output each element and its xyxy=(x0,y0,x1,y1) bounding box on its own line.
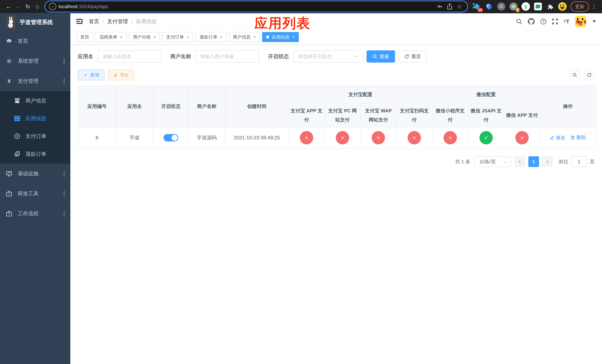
page-size-select[interactable]: 10条/页 xyxy=(474,156,511,167)
github-icon[interactable] xyxy=(528,18,535,25)
sidebar-item-refund-order[interactable]: 退款订单 xyxy=(0,145,70,163)
browser-menu-icon[interactable]: ⋮ xyxy=(591,3,596,10)
close-icon[interactable]: × xyxy=(253,35,256,39)
cell-status xyxy=(153,127,189,148)
sidebar-item-label: 支付订单 xyxy=(26,133,46,140)
wechat-app-status-badge: × xyxy=(515,131,529,144)
app-logo[interactable]: 芋道管理系统 xyxy=(0,13,70,31)
page-number-1[interactable]: 1 xyxy=(528,156,539,167)
col-group-wechat: 微信配置 xyxy=(432,86,540,104)
tab-app-info[interactable]: 应用信息× xyxy=(262,32,299,42)
sidebar-item-home[interactable]: 首页 xyxy=(0,31,70,51)
sidebar-item-dev-tools[interactable]: 研发工具 xyxy=(0,184,70,204)
browser-home-button[interactable]: ⌂ xyxy=(32,2,42,11)
sidebar-item-app-info[interactable]: 应用信息 xyxy=(0,110,70,127)
browser-update-button[interactable]: 更新 xyxy=(570,1,589,12)
help-icon[interactable]: ? xyxy=(540,19,546,24)
sidebar-item-infrastructure[interactable]: 基础设施 xyxy=(0,164,70,184)
extension-shortcut-icon[interactable]: ⌘ xyxy=(497,2,506,11)
extensions-puzzle-icon[interactable] xyxy=(546,2,555,11)
prev-page-button[interactable] xyxy=(515,156,525,167)
close-icon[interactable]: × xyxy=(187,35,189,39)
sidebar-item-label: 商户信息 xyxy=(26,97,46,104)
extension-kite-icon[interactable] xyxy=(485,2,494,11)
table-toolbar: ＋ 新增 导出 xyxy=(78,70,595,80)
app-name-input[interactable] xyxy=(98,50,161,63)
add-button[interactable]: ＋ 新增 xyxy=(78,70,104,80)
refresh-button[interactable] xyxy=(584,70,595,80)
tab-home[interactable]: 首页 xyxy=(76,32,93,42)
close-icon[interactable]: × xyxy=(292,35,295,39)
tab-pay-order[interactable]: 支付订单× xyxy=(162,32,193,42)
sidebar-item-label: 研发工具 xyxy=(18,190,39,197)
col-group-alipay: 支付宝配置 xyxy=(289,86,432,104)
reset-button[interactable]: 重置 xyxy=(399,50,427,63)
export-button[interactable]: 导出 xyxy=(108,70,134,80)
monitor-icon xyxy=(6,171,12,176)
sidebar-item-pay-order[interactable]: ¥ 支付订单 xyxy=(0,127,70,145)
document-copy-icon xyxy=(14,151,20,157)
extension-recorder-icon[interactable]: 1 xyxy=(509,2,518,11)
sidebar-item-workflow[interactable]: 工作流程 xyxy=(0,204,70,224)
sidebar-item-merchant-info[interactable]: 商户信息 xyxy=(0,92,70,110)
edit-button[interactable]: 修改 xyxy=(550,134,565,141)
goto-page-input[interactable] xyxy=(571,156,587,167)
search-form: 应用名 商户名称 开启状态 请选择开启状态 搜索 重置 xyxy=(78,50,595,63)
toggle-search-button[interactable] xyxy=(570,70,580,80)
browser-back-button[interactable]: ← xyxy=(4,2,13,11)
tab-user-group[interactable]: 用户分组× xyxy=(129,32,160,42)
tab-process-form[interactable]: 流程表单× xyxy=(96,32,127,42)
breadcrumb-home[interactable]: 首页 xyxy=(89,18,99,25)
close-icon[interactable]: × xyxy=(153,35,156,39)
status-label: 开启状态 xyxy=(268,53,289,60)
total-count: 共 1 条 xyxy=(455,159,470,165)
extension-y-logo-icon[interactable]: y xyxy=(521,2,530,11)
chevron-down-icon xyxy=(64,171,64,177)
sidebar-item-label: 首页 xyxy=(18,38,28,45)
avatar-caret-icon[interactable] xyxy=(592,20,596,22)
sidebar-item-label: 基础设施 xyxy=(18,170,39,177)
sidebar-item-payment[interactable]: × ¥ 支付管理 xyxy=(0,71,70,91)
extension-duplicate-tab-icon[interactable]: 10 xyxy=(473,2,481,11)
sidebar-collapse-icon[interactable] xyxy=(76,19,83,24)
share-icon[interactable] xyxy=(447,3,452,10)
close-icon[interactable]: × xyxy=(220,35,223,39)
sidebar-item-label: 应用信息 xyxy=(26,115,46,122)
breadcrumb-payment[interactable]: 支付管理 xyxy=(107,18,128,25)
delete-button[interactable]: 删除 xyxy=(570,134,586,141)
search-button[interactable]: 搜索 xyxy=(366,50,395,63)
active-dot xyxy=(266,36,269,39)
briefcase-icon xyxy=(6,191,12,196)
sidebar-item-system[interactable]: 系统管理 xyxy=(0,51,70,71)
status-toggle[interactable] xyxy=(163,134,178,141)
fullscreen-icon[interactable] xyxy=(552,18,558,25)
address-bar[interactable]: i localhost:1024/pay/app ☆ xyxy=(45,1,467,12)
font-size-icon[interactable]: TT xyxy=(564,18,570,25)
profile-avatar-icon[interactable] xyxy=(558,2,567,11)
password-key-icon[interactable] xyxy=(437,4,443,9)
tag-view-bar: 首页 流程表单× 用户分组× 支付订单× 退款订单× 商户信息× 应用信息× xyxy=(70,30,602,45)
search-icon[interactable] xyxy=(516,18,522,25)
wechat-jsapi-status-badge: ✓ xyxy=(479,131,493,144)
site-info-icon[interactable]: i xyxy=(49,3,56,10)
close-icon[interactable]: × xyxy=(120,35,123,39)
browser-forward-button[interactable]: → xyxy=(13,2,23,11)
browser-reload-button[interactable]: ↻ xyxy=(23,2,32,11)
chevron-down-icon xyxy=(64,211,64,217)
status-select[interactable]: 请选择开启状态 xyxy=(293,50,363,63)
bookmark-star-icon[interactable]: ☆ xyxy=(457,3,462,10)
col-alipay-app: 支付宝 APP 支付 xyxy=(289,104,324,127)
yen-circle-icon: ¥ xyxy=(14,133,20,139)
sidebar: 芋道管理系统 首页 系统管理 × ¥ 支付管理 商户 xyxy=(0,13,70,364)
tab-merchant-info[interactable]: 商户信息× xyxy=(229,32,260,42)
col-merchant: 商户名称 xyxy=(189,86,225,127)
cell-create-time: 2021-10-23 08:49:25 xyxy=(225,127,289,148)
merchant-name-input[interactable] xyxy=(195,50,259,63)
col-create-time: 创建时间 xyxy=(225,86,289,127)
user-avatar[interactable] xyxy=(575,16,586,27)
next-page-button[interactable] xyxy=(542,156,553,167)
extension-badge: 1 xyxy=(516,8,519,12)
pagination: 共 1 条 10条/页 1 前往 页 xyxy=(78,156,595,174)
tab-refund-order[interactable]: 退款订单× xyxy=(195,32,226,42)
extension-chat-icon[interactable] xyxy=(534,2,542,11)
